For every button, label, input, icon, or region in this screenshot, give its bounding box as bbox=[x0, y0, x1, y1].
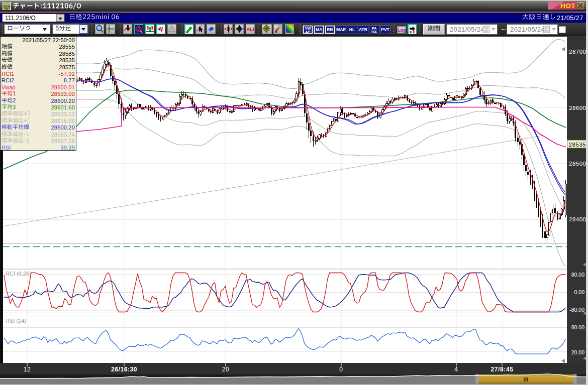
svg-text:ALL: ALL bbox=[247, 26, 255, 32]
svg-text:4: 4 bbox=[454, 366, 458, 373]
svg-text:27/8:45: 27/8:45 bbox=[491, 366, 514, 373]
svg-text:RCI (9,26): RCI (9,26) bbox=[6, 271, 31, 277]
svg-text:0.00: 0.00 bbox=[574, 289, 585, 295]
svg-text:RSI (14): RSI (14) bbox=[6, 318, 26, 324]
svg-text:28700: 28700 bbox=[569, 49, 586, 55]
svg-text:0: 0 bbox=[339, 366, 343, 373]
svg-text:28400: 28400 bbox=[569, 216, 586, 222]
svg-text:20.00: 20.00 bbox=[571, 349, 584, 355]
svg-text:¥: ¥ bbox=[160, 26, 163, 33]
svg-text:26/16:30: 26/16:30 bbox=[111, 366, 137, 373]
svg-text:-80.00: -80.00 bbox=[569, 307, 584, 313]
svg-text:28500: 28500 bbox=[569, 161, 586, 167]
svg-text:28600: 28600 bbox=[569, 105, 586, 111]
svg-text:HOT: HOT bbox=[560, 2, 575, 10]
svg-text:20: 20 bbox=[222, 366, 230, 373]
svg-text:2: 2 bbox=[137, 27, 140, 32]
svg-text:28535: 28535 bbox=[569, 142, 586, 148]
svg-text:80.00: 80.00 bbox=[571, 272, 584, 278]
svg-text:12: 12 bbox=[24, 366, 31, 373]
svg-text:80.00: 80.00 bbox=[571, 324, 584, 330]
